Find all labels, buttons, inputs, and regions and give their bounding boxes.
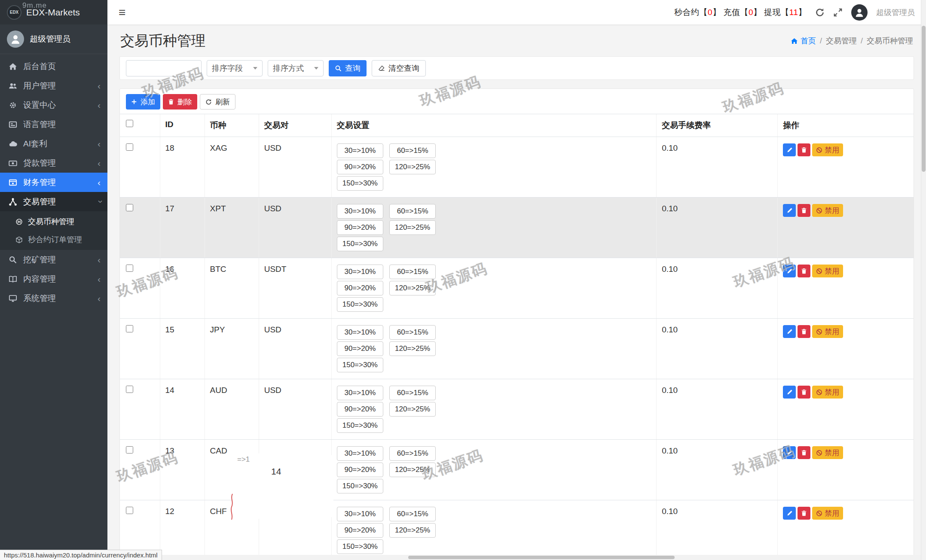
menu-toggle-icon[interactable]: ≡ bbox=[119, 6, 125, 18]
trade-setting-chip[interactable]: 90=>20% bbox=[337, 220, 383, 235]
refresh-table-button[interactable]: 刷新 bbox=[200, 94, 235, 110]
trade-setting-chip[interactable]: 150=>30% bbox=[337, 176, 383, 191]
disable-button[interactable]: 禁用 bbox=[812, 325, 843, 338]
trade-setting-chip[interactable]: 150=>30% bbox=[337, 237, 383, 251]
sidebar-item-finance[interactable]: 财务管理 ‹ bbox=[0, 173, 107, 192]
trade-setting-chip[interactable]: 30=>10% bbox=[337, 265, 383, 279]
delete-button[interactable] bbox=[798, 325, 810, 338]
trade-setting-chip[interactable]: 120=>25% bbox=[389, 220, 436, 235]
disable-button[interactable]: 禁用 bbox=[812, 204, 843, 217]
search-input[interactable] bbox=[126, 60, 202, 76]
trade-setting-chip[interactable]: 60=>15% bbox=[389, 325, 436, 340]
delete-button[interactable] bbox=[798, 446, 810, 459]
trade-setting-chip[interactable]: 120=>25% bbox=[389, 281, 436, 295]
trade-setting-chip[interactable]: 90=>20% bbox=[337, 402, 383, 417]
notice-counters[interactable]: 秒合约【0】 充值【0】 提现【11】 bbox=[674, 7, 807, 18]
trade-setting-chip[interactable]: 150=>30% bbox=[337, 297, 383, 312]
delete-button[interactable] bbox=[798, 265, 810, 277]
sidebar-item-trade[interactable]: 交易管理 ‹ bbox=[0, 192, 107, 211]
sort-order-select[interactable]: 排序方式 bbox=[268, 60, 324, 76]
trade-setting-chip[interactable]: 60=>15% bbox=[389, 446, 436, 461]
trade-setting-chip[interactable]: 30=>10% bbox=[337, 204, 383, 219]
trade-setting-chip[interactable]: 120=>25% bbox=[389, 402, 436, 417]
trade-setting-chip[interactable]: 150=>30% bbox=[337, 479, 383, 493]
row-checkbox[interactable] bbox=[126, 386, 133, 393]
sidebar-subitem-seconds-orders[interactable]: 秒合约订单管理 bbox=[0, 231, 107, 249]
trade-setting-chip[interactable]: 60=>15% bbox=[389, 143, 436, 158]
disable-button[interactable]: 禁用 bbox=[812, 265, 843, 277]
sidebar-item-settings[interactable]: 设置中心 ‹ bbox=[0, 95, 107, 115]
trade-setting-chip[interactable]: 150=>30% bbox=[337, 539, 383, 554]
edit-button[interactable] bbox=[783, 143, 796, 156]
trade-setting-chip[interactable]: 60=>15% bbox=[389, 204, 436, 219]
edit-button[interactable] bbox=[783, 507, 796, 520]
select-all-checkbox[interactable] bbox=[126, 120, 133, 127]
sort-field-select[interactable]: 排序字段 bbox=[207, 60, 263, 76]
delete-button[interactable] bbox=[798, 386, 810, 399]
trade-setting-chip[interactable]: 30=>10% bbox=[337, 446, 383, 461]
trade-setting-chip[interactable]: 90=>20% bbox=[337, 463, 383, 477]
edit-button[interactable] bbox=[783, 446, 796, 459]
trade-setting-chip[interactable]: 30=>10% bbox=[337, 386, 383, 400]
delete-button[interactable] bbox=[798, 204, 810, 217]
cell-pair: USDT bbox=[259, 258, 331, 319]
notice-seconds-contract[interactable]: 秒合约【0】 bbox=[674, 8, 721, 17]
horizontal-scrollbar-thumb[interactable] bbox=[408, 556, 675, 559]
topbar-user-name[interactable]: 超级管理员 bbox=[876, 7, 915, 18]
fullscreen-icon[interactable] bbox=[833, 8, 843, 17]
caret-down-icon bbox=[253, 67, 257, 70]
clear-search-button[interactable]: 清空查询 bbox=[372, 60, 426, 76]
trade-setting-chip[interactable]: 120=>25% bbox=[389, 341, 436, 356]
row-checkbox[interactable] bbox=[126, 325, 133, 332]
sidebar-item-language[interactable]: 语言管理 bbox=[0, 115, 107, 134]
notice-deposit[interactable]: 充值【0】 bbox=[723, 8, 761, 17]
trade-setting-chip[interactable]: 60=>15% bbox=[389, 265, 436, 279]
trade-setting-chip[interactable]: 120=>25% bbox=[389, 463, 436, 477]
trade-setting-chip[interactable]: 150=>30% bbox=[337, 358, 383, 372]
sidebar-item-loans[interactable]: 贷款管理 ‹ bbox=[0, 153, 107, 173]
delete-selected-button[interactable]: 删除 bbox=[163, 94, 197, 110]
trade-setting-chip[interactable]: 150=>30% bbox=[337, 418, 383, 433]
edit-button[interactable] bbox=[783, 325, 796, 338]
trade-setting-chip[interactable]: 120=>25% bbox=[389, 523, 436, 538]
trade-setting-chip[interactable]: 90=>20% bbox=[337, 281, 383, 295]
trade-setting-chip[interactable]: 60=>15% bbox=[389, 507, 436, 521]
disable-button[interactable]: 禁用 bbox=[812, 386, 843, 399]
sidebar-item-dashboard[interactable]: 后台首页 bbox=[0, 57, 107, 76]
search-button[interactable]: 查询 bbox=[329, 60, 367, 76]
delete-button[interactable] bbox=[798, 507, 810, 520]
edit-button[interactable] bbox=[783, 204, 796, 217]
vertical-scrollbar-thumb[interactable] bbox=[922, 26, 926, 172]
disable-button[interactable]: 禁用 bbox=[812, 507, 843, 520]
row-checkbox[interactable] bbox=[126, 507, 133, 514]
trade-setting-chip[interactable]: 30=>10% bbox=[337, 507, 383, 521]
sidebar-subitem-currency-manage[interactable]: 交易币种管理 bbox=[0, 213, 107, 231]
sidebar-item-mining[interactable]: 挖矿管理 ‹ bbox=[0, 250, 107, 269]
disable-button[interactable]: 禁用 bbox=[812, 446, 843, 459]
row-checkbox[interactable] bbox=[126, 446, 133, 453]
notice-withdraw[interactable]: 提现【11】 bbox=[764, 8, 807, 17]
breadcrumb-home-link[interactable]: 首页 bbox=[791, 36, 816, 46]
trade-setting-chip[interactable]: 90=>20% bbox=[337, 523, 383, 538]
row-checkbox[interactable] bbox=[126, 143, 133, 151]
delete-button[interactable] bbox=[798, 143, 810, 156]
refresh-icon[interactable] bbox=[815, 8, 825, 17]
trade-setting-chip[interactable]: 90=>20% bbox=[337, 341, 383, 356]
sidebar-item-users[interactable]: 用户管理 ‹ bbox=[0, 76, 107, 95]
trade-setting-chip[interactable]: 30=>10% bbox=[337, 325, 383, 340]
sidebar-item-ai-arbitrage[interactable]: AI套利 ‹ bbox=[0, 134, 107, 153]
row-checkbox[interactable] bbox=[126, 265, 133, 272]
edit-button[interactable] bbox=[783, 386, 796, 399]
trade-setting-chip[interactable]: 60=>15% bbox=[389, 386, 436, 400]
topbar-avatar-icon[interactable] bbox=[851, 4, 868, 21]
trade-setting-chip[interactable]: 120=>25% bbox=[389, 160, 436, 174]
edit-button[interactable] bbox=[783, 265, 796, 277]
disable-button[interactable]: 禁用 bbox=[812, 143, 843, 156]
row-checkbox[interactable] bbox=[126, 204, 133, 211]
sidebar-item-system[interactable]: 系统管理 ‹ bbox=[0, 289, 107, 308]
trade-setting-chip[interactable]: 30=>10% bbox=[337, 143, 383, 158]
brand[interactable]: EDX EDX-Markets bbox=[0, 0, 107, 24]
trade-setting-chip[interactable]: 90=>20% bbox=[337, 160, 383, 174]
sidebar-item-content[interactable]: 内容管理 ‹ bbox=[0, 269, 107, 289]
add-button[interactable]: 添加 bbox=[126, 94, 160, 110]
